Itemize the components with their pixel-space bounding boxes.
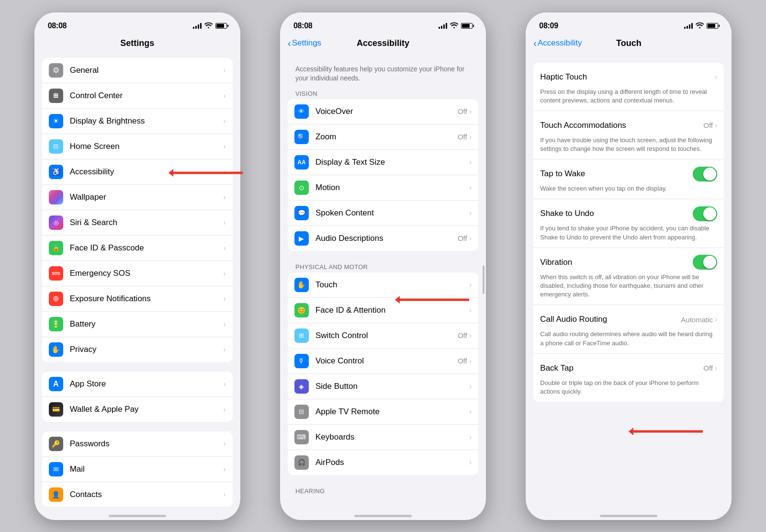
settings-row-exposure[interactable]: ⊕ Exposure Notifications › <box>42 286 233 312</box>
nav-back-2[interactable]: ‹ Settings <box>288 38 321 49</box>
settings-row-face-id[interactable]: 🔒 Face ID & Passcode › <box>42 236 233 261</box>
acc-row-motion[interactable]: ⊙ Motion › <box>288 175 478 201</box>
haptic-touch-title: Haptic Touch <box>540 72 715 82</box>
face-id-icon: 🔒 <box>49 241 63 255</box>
touch-item-back-tap[interactable]: Back Tap Off › Double or triple tap on t… <box>533 354 724 402</box>
switch-control-icon-char: ⊞ <box>299 332 304 339</box>
acc-row-voice-control[interactable]: 🎙 Voice Control Off › <box>288 349 478 374</box>
audio-desc-icon-char: ▶ <box>299 235 304 242</box>
settings-row-home-screen[interactable]: ⊟ Home Screen › <box>42 134 233 159</box>
touch-item-accommodations[interactable]: Touch Accommodations Off › If you have t… <box>533 111 724 159</box>
settings-row-mail[interactable]: ✉ Mail › <box>42 457 233 482</box>
apple-tv-chevron: › <box>469 407 472 416</box>
settings-row-siri[interactable]: ◎ Siri & Search › <box>42 210 233 236</box>
touch-item-shake-undo[interactable]: Shake to Undo If you tend to shake your … <box>533 199 724 248</box>
mail-chevron: › <box>223 465 225 474</box>
accessibility-scroll[interactable]: Accessibility features help you customiz… <box>280 53 486 507</box>
touch-item-vibration[interactable]: Vibration When this switch is off, all v… <box>533 248 724 306</box>
zoom-value: Off <box>458 133 467 141</box>
touch-item-tap-wake[interactable]: Tap to Wake Wake the screen when you tap… <box>533 159 724 199</box>
voice-control-icon-char: 🎙 <box>298 357 304 364</box>
vibration-desc: When this switch is off, all vibration o… <box>540 273 717 299</box>
acc-row-side-button[interactable]: ◈ Side Button › <box>288 374 478 399</box>
touch-item-call-audio[interactable]: Call Audio Routing Automatic › Call audi… <box>533 305 724 353</box>
home-bar-line-2 <box>354 515 412 517</box>
settings-group-physical: ✋ Touch › 😊 Face ID & Attention › <box>288 272 478 475</box>
back-tap-row: Back Tap Off › <box>540 360 717 377</box>
acc-row-voiceover[interactable]: 👁 VoiceOver Off › <box>288 99 478 125</box>
zoom-icon: 🔍 <box>294 130 309 144</box>
nav-back-3[interactable]: ‹ Accessibility <box>533 38 582 49</box>
settings-row-wallet[interactable]: 💳 Wallet & Apple Pay › <box>42 397 233 422</box>
settings-row-accessibility[interactable]: ♿ Accessibility › <box>42 159 233 185</box>
general-chevron: › <box>223 66 225 75</box>
acc-row-switch-control[interactable]: ⊞ Switch Control Off › <box>288 323 478 349</box>
vibration-toggle[interactable] <box>693 255 717 270</box>
voice-control-label: Voice Control <box>315 356 458 366</box>
siri-label: Siri & Search <box>70 218 224 227</box>
home-bar-line-3 <box>600 515 657 517</box>
settings-row-app-store[interactable]: A App Store › <box>42 372 233 397</box>
settings-row-passwords[interactable]: 🔑 Passwords › <box>42 431 233 457</box>
acc-row-apple-tv[interactable]: ⊟ Apple TV Remote › <box>288 399 478 425</box>
battery-settings-icon: 🔋 <box>49 317 63 331</box>
touch-acc-title: Touch Accommodations <box>540 121 703 130</box>
voiceover-icon-char: 👁 <box>298 108 304 115</box>
nav-back-label-3: Accessibility <box>538 38 582 48</box>
privacy-icon: ✋ <box>49 342 63 357</box>
call-audio-row: Call Audio Routing Automatic › <box>540 311 717 328</box>
display-icon-char: ☀ <box>53 117 59 125</box>
touch-scroll[interactable]: Haptic Touch › Press on the display usin… <box>526 53 732 507</box>
settings-row-privacy[interactable]: ✋ Privacy › <box>42 337 233 362</box>
acc-row-keyboards[interactable]: ⌨ Keyboards › <box>288 425 478 450</box>
tap-wake-row: Tap to Wake <box>540 165 717 182</box>
shake-undo-toggle[interactable] <box>693 206 717 221</box>
audio-desc-value: Off <box>458 234 467 242</box>
tap-wake-toggle[interactable] <box>693 167 717 181</box>
touch-acc-item-chevron: › <box>715 121 717 130</box>
acc-row-face-id[interactable]: 😊 Face ID & Attention › <box>288 298 478 323</box>
exposure-chevron: › <box>223 294 225 303</box>
touch-item-haptic[interactable]: Haptic Touch › Press on the display usin… <box>533 63 724 111</box>
status-icons-2 <box>439 22 473 30</box>
settings-row-sos[interactable]: SOS Emergency SOS › <box>42 261 233 286</box>
acc-row-spoken[interactable]: 💬 Spoken Content › <box>288 201 478 226</box>
settings-row-contacts[interactable]: 👤 Contacts › <box>42 482 233 507</box>
signal-bar-3 <box>198 24 199 29</box>
acc-row-airpods[interactable]: 🎧 AirPods › <box>288 450 478 475</box>
wifi-icon-3 <box>696 22 704 30</box>
mail-icon: ✉ <box>49 462 63 476</box>
battery-label: Battery <box>70 319 224 329</box>
settings-row-battery[interactable]: 🔋 Battery › <box>42 312 233 337</box>
zoom-label: Zoom <box>315 132 458 142</box>
settings-scroll-1[interactable]: ⚙ General › ⊞ Control Center › <box>34 53 240 507</box>
spoken-icon: 💬 <box>294 206 309 220</box>
acc-row-display-text[interactable]: AA Display & Text Size › <box>288 150 478 175</box>
acc-row-touch[interactable]: ✋ Touch › <box>288 272 478 298</box>
display-text-chevron: › <box>469 158 472 167</box>
home-screen-chevron: › <box>223 142 225 151</box>
settings-row-display[interactable]: ☀ Display & Brightness › <box>42 109 233 134</box>
settings-row-general[interactable]: ⚙ General › <box>42 58 233 83</box>
acc-row-audio-desc[interactable]: ▶ Audio Descriptions Off › <box>288 226 478 251</box>
acc-row-zoom[interactable]: 🔍 Zoom Off › <box>288 125 478 150</box>
face-id-acc-chevron: › <box>469 306 472 315</box>
vibration-title: Vibration <box>540 258 693 267</box>
signal-bar-1 <box>193 27 194 29</box>
face-id-label: Face ID & Passcode <box>70 243 224 253</box>
settings-row-wallpaper[interactable]: Wallpaper › <box>42 185 233 210</box>
scroll-indicator-2 <box>483 265 484 294</box>
control-center-label: Control Center <box>70 91 224 101</box>
voiceover-chevron: › <box>469 107 472 116</box>
side-button-label: Side Button <box>315 382 469 391</box>
settings-row-control-center[interactable]: ⊞ Control Center › <box>42 83 233 109</box>
home-bar-1 <box>34 507 240 520</box>
airpods-label: AirPods <box>315 458 469 467</box>
face-id-acc-label: Face ID & Attention <box>315 306 469 315</box>
phone-settings-main: 08:08 Settings <box>34 12 240 520</box>
status-icons-3 <box>684 22 718 30</box>
status-bar-2: 08:08 <box>280 12 486 35</box>
accessibility-screen: 08:08 <box>280 12 486 520</box>
home-screen-icon: ⊟ <box>49 139 63 154</box>
motion-icon-char: ⊙ <box>299 184 304 192</box>
